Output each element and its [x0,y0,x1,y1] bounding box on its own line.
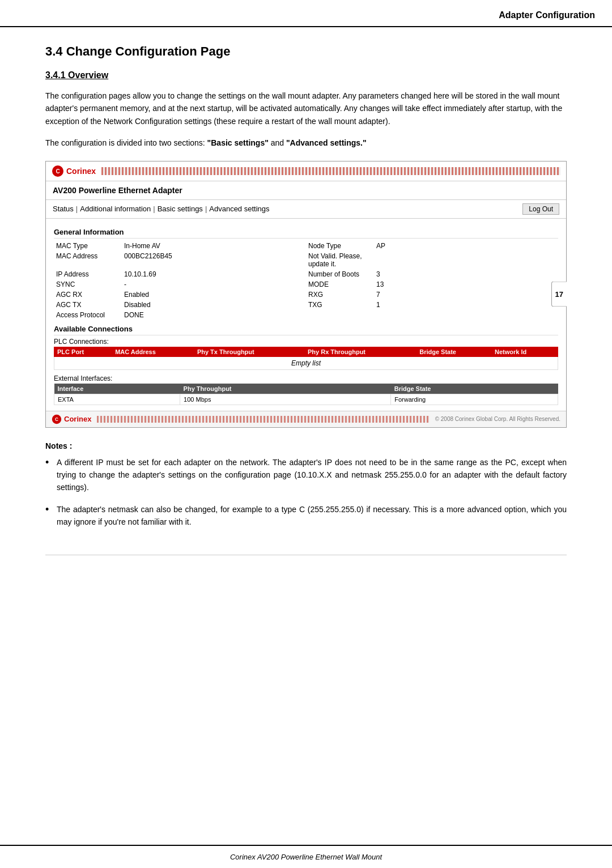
plc-col-tx: Phy Tx Throughput [194,347,304,357]
header-progress-bar [101,167,560,175]
row-value: 000BC2126B45 [122,251,306,269]
main-content: 3.4 Change Configuration Page 3.4.1 Over… [0,27,612,555]
subsection-title: 3.4.1 Overview [45,70,567,80]
note-text: A different IP must be set for each adap… [57,456,567,494]
table-row: AGC TX Disabled TXG 1 [54,300,558,310]
bullet-icon: • [45,503,57,516]
row-label: TXG [306,300,374,310]
plc-table: PLC Port MAC Address Phy Tx Throughput P… [54,347,558,357]
notes-section: Notes : • A different IP must be set for… [45,441,567,529]
svg-text:C: C [55,417,58,422]
plc-empty-list: Empty list [54,357,558,370]
description-para2: The configuration is divided into two se… [45,137,567,149]
row-label: RXG [306,290,374,300]
row-value: DONE [122,310,306,320]
row-label: SYNC [54,279,122,290]
ext-table: Interface Phy Throughput Bridge State EX… [54,384,558,405]
table-row: Access Protocol DONE [54,310,558,320]
general-info-header: General Information [54,228,558,239]
panel-body: General Information MAC Type In-Home AV … [46,219,566,411]
plc-col-port: PLC Port [54,347,112,357]
plc-col-network: Network Id [491,347,558,357]
row-label: AGC RX [54,290,122,300]
section-title: 3.4 Change Configuration Page [45,44,567,59]
svg-text:C: C [56,168,60,175]
notes-list: • A different IP must be set for each ad… [45,456,567,529]
logout-button[interactable]: Log Out [522,203,559,215]
table-row: SYNC - MODE 13 [54,279,558,290]
table-row: IP Address 10.10.1.69 Number of Boots 3 [54,269,558,279]
row-value: In-Home AV [122,241,306,251]
table-row: MAC Address 000BC2126B45 Not Valid. Plea… [54,251,558,269]
ext-col-throughput: Phy Throughput [180,384,391,394]
footer-progress-bar [97,416,429,423]
plc-header-row: PLC Port MAC Address Phy Tx Throughput P… [54,347,558,357]
row-label: Access Protocol [54,310,122,320]
row-label: Not Valid. Please, update it. [306,251,374,269]
row-value: 13 [374,279,558,290]
nav-advanced[interactable]: Advanced settings [209,205,269,213]
ext-col-interface: Interface [54,384,180,394]
ext-interface: EXTA [54,394,180,405]
notes-title: Notes : [45,441,567,450]
screenshot-footer: C Corinex © 2008 Corinex Global Corp. Al… [46,411,566,427]
connections-header: Available Connections [54,325,558,335]
nav-additional[interactable]: Additional information [80,205,151,213]
screenshot-container: C Corinex AV200 Powerline Ethernet Adapt… [45,161,567,428]
row-label: MAC Type [54,241,122,251]
row-label: IP Address [54,269,122,279]
plc-col-rx: Phy Rx Throughput [304,347,416,357]
corinex-logo: C Corinex [52,165,96,177]
ext-header-row: Interface Phy Throughput Bridge State [54,384,558,394]
table-row: MAC Type In-Home AV Node Type AP [54,241,558,251]
row-label [306,310,374,320]
description-para1: The configuration pages allow you to cha… [45,90,567,127]
bottom-footer: Corinex AV200 Powerline Ethernet Wall Mo… [0,845,612,868]
screenshot-header: C Corinex [46,161,566,181]
plc-label: PLC Connections: [54,338,558,346]
table-row: EXTA 100 Mbps Forwarding [54,394,558,405]
row-value: 1 [374,300,558,310]
page-header: Adapter Configuration [0,0,612,27]
plc-col-bridge: Bridge State [416,347,491,357]
ext-col-bridge: Bridge State [391,384,558,394]
bullet-icon: • [45,456,57,469]
nav-status[interactable]: Status [53,205,74,213]
row-value [374,251,558,269]
footer-copyright: © 2008 Corinex Global Corp. All Rights R… [435,416,560,422]
nav-bar: Status | Additional information | Basic … [46,200,566,219]
row-label: Node Type [306,241,374,251]
page-number: 17 [551,282,567,307]
ext-bridge-state: Forwarding [391,394,558,405]
row-label: AGC TX [54,300,122,310]
row-value: AP [374,241,558,251]
plc-col-mac: MAC Address [112,347,194,357]
row-value: 3 [374,269,558,279]
ext-label: External Interfaces: [54,375,558,382]
connections-section: Available Connections PLC Connections: P… [54,325,558,405]
row-value: Disabled [122,300,306,310]
table-row: AGC RX Enabled RXG 7 [54,290,558,300]
row-label: MAC Address [54,251,122,269]
row-value: - [122,279,306,290]
list-item: • The adapter's netmask can also be chan… [45,503,567,529]
nav-basic[interactable]: Basic settings [158,205,203,213]
general-info-table: MAC Type In-Home AV Node Type AP MAC Add… [54,241,558,320]
row-label: Number of Boots [306,269,374,279]
list-item: • A different IP must be set for each ad… [45,456,567,494]
note-text: The adapter's netmask can also be change… [57,503,567,529]
row-value: Enabled [122,290,306,300]
footer-logo: C Corinex [52,414,91,424]
corinex-logo-icon: C [52,165,64,177]
footer-logo-icon: C [52,414,62,424]
ext-throughput: 100 Mbps [180,394,391,405]
header-title: Adapter Configuration [499,10,595,20]
row-value: 10.10.1.69 [122,269,306,279]
product-title: AV200 Powerline Ethernet Adapter [46,181,566,200]
row-value: 7 [374,290,558,300]
row-label: MODE [306,279,374,290]
row-value [374,310,558,320]
nav-links: Status | Additional information | Basic … [53,205,270,213]
divider-line [45,555,567,555]
